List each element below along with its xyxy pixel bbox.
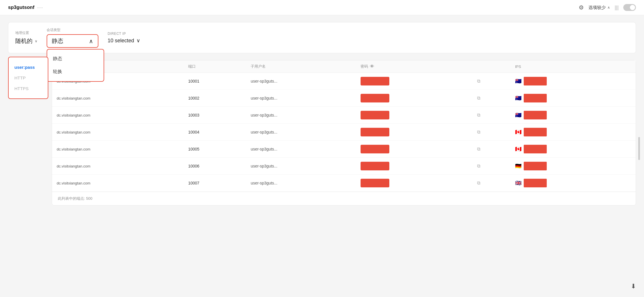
flag-icon: 🇬🇧 xyxy=(515,180,521,186)
cell-host: dc.visitxiangtan.com xyxy=(52,175,184,192)
flag-icon: 🇦🇺 xyxy=(515,112,521,118)
sidebar-item-userpass[interactable]: user:pass xyxy=(13,62,43,73)
toggle-switch[interactable] xyxy=(623,4,636,11)
table-row: dc.visitxiangtan.com 10002 user-sp3guts.… xyxy=(52,90,636,107)
ips-bar xyxy=(524,179,547,187)
direct-ip-value: 10 selected xyxy=(108,38,134,44)
cell-copy[interactable]: ⧉ xyxy=(472,141,510,158)
cell-password xyxy=(356,141,472,158)
dropdown-item-rotate[interactable]: 轮换 xyxy=(47,65,104,78)
cell-ips: 🇬🇧 xyxy=(510,175,636,192)
table-row: dc.visitxiangtan.com 10003 user-sp3guts.… xyxy=(52,107,636,124)
cell-copy[interactable]: ⧉ xyxy=(472,107,510,124)
cell-host: dc.visitxiangtan.com xyxy=(52,90,184,107)
flag-icon: 🇩🇪 xyxy=(515,163,521,169)
geo-chevron-icon: ∨ xyxy=(35,39,37,43)
gear-button[interactable]: ⚙ xyxy=(579,4,584,11)
table-row: dc.visitxiangtan.com 10005 user-sp3guts.… xyxy=(52,141,636,158)
cell-username: user-sp3guts... xyxy=(246,141,356,158)
ips-bar xyxy=(524,111,547,119)
cell-copy[interactable]: ⧉ xyxy=(472,175,510,192)
cell-ips: 🇦🇺 xyxy=(510,90,636,107)
direct-ip-group: DIRECT IP 10 selected ∨ xyxy=(108,32,140,44)
session-type-group: 会话类型 静态 ∧ 静态 轮换 xyxy=(47,28,98,48)
geo-value: 随机的 xyxy=(15,37,33,45)
cell-password xyxy=(356,158,472,175)
cell-ips: 🇨🇦 xyxy=(510,141,636,158)
col-ips: IPS xyxy=(510,60,636,73)
direct-ip-select[interactable]: 10 selected ∨ xyxy=(108,37,140,44)
geo-label: 地理位置 xyxy=(15,31,37,35)
table-row: dc.visitxiangtan.com 10007 user-sp3guts.… xyxy=(52,175,636,192)
password-block xyxy=(361,162,389,170)
header-left: sp3gutsonf ··· xyxy=(8,5,43,11)
cell-copy[interactable]: ⧉ xyxy=(472,124,510,141)
sidebar-item-http[interactable]: HTTP xyxy=(13,73,43,83)
scrollbar[interactable] xyxy=(638,137,640,160)
options-button[interactable]: 选项较少 ∧ xyxy=(588,5,610,10)
cell-port: 10001 xyxy=(184,73,246,90)
cell-copy[interactable]: ⧉ xyxy=(472,158,510,175)
session-type-value: 静态 xyxy=(52,37,63,45)
col-password: 密码 👁 xyxy=(356,60,472,73)
cell-port: 10002 xyxy=(184,90,246,107)
columns-icon[interactable]: ||| xyxy=(615,5,619,11)
cell-port: 10006 xyxy=(184,158,246,175)
table-row: dc.visitxiangtan.com 10004 user-sp3guts.… xyxy=(52,124,636,141)
table-footer-text: 此列表中的端点: 500 xyxy=(58,196,92,201)
header-right: ⚙ 选项较少 ∧ ||| xyxy=(579,4,636,11)
dropdown-item-static[interactable]: 静态 xyxy=(47,52,104,65)
flag-icon: 🇦🇺 xyxy=(515,78,521,84)
app-title: sp3gutsonf xyxy=(8,5,35,10)
sidebar-item-https[interactable]: HTTPS xyxy=(13,83,43,94)
cell-host: dc.visitxiangtan.com xyxy=(52,124,184,141)
cell-port: 10003 xyxy=(184,107,246,124)
session-type-filter-group: 会话类型 静态 ∧ xyxy=(47,28,98,48)
session-type-label: 会话类型 xyxy=(47,28,98,33)
flag-icon: 🇨🇦 xyxy=(515,129,521,135)
cell-ips: 🇩🇪 xyxy=(510,158,636,175)
cell-port: 10005 xyxy=(184,141,246,158)
table-row: dc.visitxiangtan.com 10006 user-sp3guts.… xyxy=(52,158,636,175)
flag-icon: 🇨🇦 xyxy=(515,146,521,152)
cell-copy[interactable]: ⧉ xyxy=(472,90,510,107)
eye-icon[interactable]: 👁 xyxy=(370,64,374,69)
ips-bar xyxy=(524,77,547,85)
cell-password xyxy=(356,175,472,192)
left-sidebar: user:pass HTTP HTTPS xyxy=(8,57,48,99)
cell-host: dc.visitxiangtan.com xyxy=(52,141,184,158)
download-button[interactable]: ⬇ xyxy=(631,283,636,290)
cell-port: 10007 xyxy=(184,175,246,192)
col-copy xyxy=(472,60,510,73)
cell-username: user-sp3guts... xyxy=(246,124,356,141)
cell-password xyxy=(356,73,472,90)
cell-password xyxy=(356,90,472,107)
flag-icon: 🇦🇺 xyxy=(515,95,521,101)
ips-bar xyxy=(524,128,547,136)
session-type-dropdown: 静态 轮换 xyxy=(47,49,104,82)
ips-bar xyxy=(524,162,547,170)
options-label: 选项较少 xyxy=(588,5,606,10)
main-content: 地理位置 随机的 ∨ 会话类型 静态 ∧ 静态 轮换 DIRECT I xyxy=(0,22,644,297)
more-icon[interactable]: ··· xyxy=(37,5,43,11)
cell-username: user-sp3guts... xyxy=(246,90,356,107)
password-block xyxy=(361,94,389,102)
ips-bar xyxy=(524,145,547,153)
col-port: 端口 xyxy=(184,60,246,73)
geo-filter-group: 地理位置 随机的 ∨ xyxy=(15,31,37,45)
session-type-button[interactable]: 静态 ∧ xyxy=(47,34,98,48)
table-footer: 此列表中的端点: 500 xyxy=(52,192,636,205)
proxy-table: 端口 子用户名 密码 👁 xyxy=(52,60,636,192)
session-type-chevron-icon: ∧ xyxy=(89,38,93,45)
cell-ips: 🇨🇦 xyxy=(510,124,636,141)
cell-port: 10004 xyxy=(184,124,246,141)
col-username: 子用户名 xyxy=(246,60,356,73)
cell-copy[interactable]: ⧉ xyxy=(472,73,510,90)
direct-ip-chevron-icon: ∨ xyxy=(136,37,140,44)
cell-username: user-sp3guts... xyxy=(246,73,356,90)
ips-bar xyxy=(524,94,547,102)
geo-select[interactable]: 随机的 ∨ xyxy=(15,37,37,45)
filter-bar: 地理位置 随机的 ∨ 会话类型 静态 ∧ 静态 轮换 DIRECT I xyxy=(8,22,636,53)
cell-host: dc.visitxiangtan.com xyxy=(52,158,184,175)
password-block xyxy=(361,179,389,187)
